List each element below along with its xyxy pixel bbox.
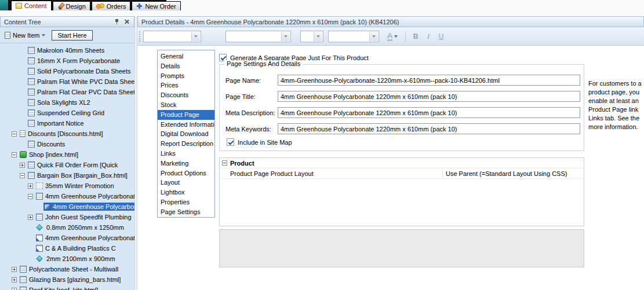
tree-item-body[interactable]: John Guest Speedfit Plumbing	[35, 213, 133, 221]
tree-item-body[interactable]: Palram Flat White PVC Data Sheets	[27, 78, 134, 86]
tree-item[interactable]: 4mm Greenhouse Polycarbonate 1220mm x 61…	[0, 201, 134, 212]
style-combo[interactable]	[143, 31, 201, 42]
tree-item-body[interactable]: Sola Skylights XL2	[27, 98, 92, 107]
tree-item-body[interactable]: Quick Fill Order Form [Quick	[27, 161, 119, 169]
tree-item[interactable]: Bargain Box [Bargain_Box.html]	[0, 170, 134, 181]
tree-item[interactable]: 35mm Winter Promotion	[0, 181, 134, 191]
tree-item[interactable]: Glazing Bars [glazing_bars.html]	[0, 274, 134, 285]
tree-item[interactable]: Discounts	[0, 139, 134, 149]
property-row[interactable]: Product Page Product Layout Use Parent (…	[220, 168, 584, 179]
nav-item-general[interactable]: General	[158, 52, 214, 61]
tree-item-body[interactable]: 0.8mm 2050mm x 1250mm	[35, 223, 126, 232]
plus-expander-icon[interactable]	[28, 215, 33, 220]
tree-item-body[interactable]: C & A Building Plastics C	[35, 244, 118, 252]
tree-item[interactable]: Suspended Ceiling Grid	[0, 108, 134, 118]
tree-item-body[interactable]: Makrolon 40mm Sheets	[27, 46, 106, 54]
tree-item-body[interactable]: 2mm 2100mm x 900mm	[35, 255, 117, 263]
nav-item-layout[interactable]: Layout	[158, 178, 214, 188]
app-icon[interactable]	[0, 0, 9, 10]
tree-item-body[interactable]: Roof Kits [roof_kits.html]	[19, 286, 100, 290]
tree-item-body[interactable]: Shop [index.html]	[19, 150, 80, 159]
minus-expander-icon[interactable]	[222, 160, 227, 166]
combo-arrow-icon[interactable]	[314, 32, 322, 41]
plus-expander-icon[interactable]	[12, 288, 17, 290]
tree-item-body[interactable]: Glazing Bars [glazing_bars.html]	[19, 276, 122, 284]
nav-item-page-settings[interactable]: Page Settings	[158, 207, 214, 217]
nav-item-links[interactable]: Links	[158, 149, 214, 159]
minus-expander-icon[interactable]	[28, 194, 33, 199]
nav-item-product-options[interactable]: Product Options	[158, 168, 214, 178]
combo-arrow-icon[interactable]	[281, 32, 290, 41]
combo-arrow-icon[interactable]	[369, 32, 378, 41]
toolbar-grip[interactable]	[139, 31, 141, 42]
tree-item-body[interactable]: Discounts	[27, 140, 67, 148]
tree-item-body[interactable]: Polycarbonate Sheet - Multiwall	[19, 265, 120, 273]
bold-button[interactable]: B	[410, 31, 421, 42]
format-combo[interactable]	[328, 31, 379, 42]
tree-item[interactable]: C & A Building Plastics C	[0, 243, 134, 254]
font-combo[interactable]	[225, 31, 291, 42]
nav-item-properties[interactable]: Properties	[158, 197, 214, 207]
tab-content[interactable]: Content	[11, 1, 52, 10]
page-name-input[interactable]	[278, 75, 580, 86]
tree-item-body[interactable]: Discounts [Discounts.html]	[19, 130, 105, 138]
nav-item-discounts[interactable]: Discounts	[158, 90, 214, 100]
nav-item-details[interactable]: Details	[158, 61, 214, 71]
tree-item[interactable]: Palram Flat White PVC Data Sheets	[0, 76, 134, 87]
new-item-button[interactable]: New Item	[3, 31, 47, 40]
font-size-combo[interactable]	[300, 31, 323, 42]
combo-arrow-icon[interactable]	[191, 32, 200, 41]
tree-item[interactable]: 0.8mm 2050mm x 1250mm	[0, 222, 134, 233]
meta-keywords-input[interactable]	[278, 123, 580, 134]
tree-item-body[interactable]: 4mm Greenhouse Polycarbonate 1220mm x 61…	[43, 203, 134, 211]
nav-item-extended-information[interactable]: Extended Information	[158, 120, 214, 130]
tree-item[interactable]: Makrolon 40mm Sheets	[0, 45, 134, 56]
tree-item[interactable]: Polycarbonate Sheet - Multiwall	[0, 264, 134, 274]
tab-design[interactable]: Design	[53, 1, 90, 10]
tree-item[interactable]: 4mm Greenhouse Polycarbonate	[0, 191, 134, 201]
tab-new-order[interactable]: New Order	[132, 1, 180, 10]
italic-button[interactable]: I	[423, 31, 434, 42]
tree-item[interactable]: Solid Polycarbonate Data Sheets	[0, 66, 134, 76]
tree-item[interactable]: Sola Skylights XL2	[0, 97, 134, 108]
minus-expander-icon[interactable]	[20, 173, 25, 178]
nav-item-stock[interactable]: Stock	[158, 100, 214, 110]
tree-item[interactable]: Shop [index.html]	[0, 149, 134, 160]
minus-expander-icon[interactable]	[12, 131, 17, 137]
page-title-input[interactable]	[278, 91, 580, 102]
tree-item-body[interactable]: Bargain Box [Bargain_Box.html]	[27, 171, 129, 179]
tree-item[interactable]: 2mm 2100mm x 900mm	[0, 254, 134, 264]
tree-item-body[interactable]: Solid Polycarbonate Data Sheets	[27, 67, 132, 75]
tree-item[interactable]: Roof Kits [roof_kits.html]	[0, 285, 134, 290]
nav-item-report-description[interactable]: Report Description	[158, 139, 214, 149]
tree-item[interactable]: 4mm Greenhouse Polycarbonate	[0, 233, 134, 243]
tree-item-body[interactable]: 35mm Winter Promotion	[35, 182, 116, 190]
tree-item[interactable]: Discounts [Discounts.html]	[0, 129, 134, 139]
include-in-site-map-checkbox[interactable]	[227, 138, 234, 146]
plus-expander-icon[interactable]	[12, 277, 17, 282]
pin-icon[interactable]	[112, 18, 121, 26]
property-value[interactable]: Use Parent (=Standard Layout Using CSS)	[443, 170, 567, 177]
tab-orders[interactable]: Orders	[92, 1, 131, 10]
tree-item-body[interactable]: 4mm Greenhouse Polycarbonate	[35, 234, 134, 242]
tree-item-body[interactable]: Important Notice	[27, 119, 86, 127]
tree-item-body[interactable]: 4mm Greenhouse Polycarbonate	[35, 192, 134, 200]
tree-item[interactable]: Important Notice	[0, 118, 134, 129]
tree-item-body[interactable]: Suspended Ceiling Grid	[27, 109, 106, 117]
plus-expander-icon[interactable]	[28, 183, 33, 189]
tree-item[interactable]: 16mm X Form Polycarbonate	[0, 56, 134, 66]
close-icon[interactable]	[122, 18, 130, 26]
underline-button[interactable]: U	[435, 31, 447, 42]
tree-item[interactable]: Palram Flat Clear PVC Data Sheets	[0, 87, 134, 97]
nav-item-prompts[interactable]: Prompts	[158, 71, 214, 81]
nav-item-product-page[interactable]: Product Page	[158, 110, 214, 120]
meta-description-input[interactable]	[278, 107, 580, 118]
font-color-button[interactable]: A	[383, 31, 402, 42]
tree-item-body[interactable]: Palram Flat Clear PVC Data Sheets	[27, 88, 134, 96]
nav-item-prices[interactable]: Prices	[158, 80, 214, 90]
tree-item[interactable]: Quick Fill Order Form [Quick	[0, 160, 134, 170]
start-here-button[interactable]: Start Here	[52, 30, 92, 41]
tree-item-body[interactable]: 16mm X Form Polycarbonate	[27, 57, 122, 65]
nav-item-marketing[interactable]: Marketing	[158, 159, 214, 168]
nav-item-digital-download[interactable]: Digital Download	[158, 129, 214, 139]
